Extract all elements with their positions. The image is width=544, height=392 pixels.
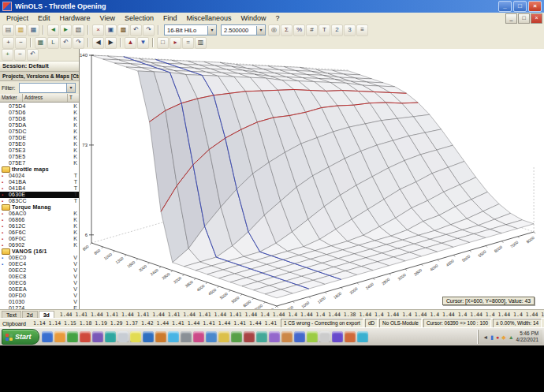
- taskbar-app-icon[interactable]: [332, 331, 343, 342]
- usb-icon[interactable]: ▲: [509, 334, 514, 340]
- factor-combo[interactable]: 2.500000 ▾: [221, 24, 266, 35]
- map-row[interactable]: ▪04024T: [0, 173, 79, 179]
- taskbar-app-icon[interactable]: [345, 331, 356, 342]
- taskbar-app-icon[interactable]: [206, 331, 217, 342]
- map-row[interactable]: 075DAK: [0, 122, 79, 129]
- map-row[interactable]: 01030V: [0, 299, 79, 305]
- menu-item-project[interactable]: Project: [2, 14, 33, 22]
- map-next-icon[interactable]: ▶: [105, 37, 117, 49]
- volume-icon[interactable]: ◄: [483, 334, 488, 340]
- menu-item-hardware[interactable]: Hardware: [55, 14, 95, 22]
- view-2d-icon[interactable]: 2: [331, 24, 343, 36]
- taskbar-app-icon[interactable]: [281, 331, 292, 342]
- map-row[interactable]: ▪06902K: [0, 242, 79, 248]
- view-3d-icon[interactable]: 3: [344, 24, 356, 36]
- checksum-icon[interactable]: Σ: [281, 24, 292, 36]
- map-row[interactable]: 075E0K: [0, 141, 79, 147]
- rotate-right-icon[interactable]: ↷: [73, 37, 84, 49]
- child-restore-button[interactable]: □: [518, 13, 530, 24]
- new-project-icon[interactable]: ▤: [2, 24, 14, 36]
- map-row[interactable]: ▪06F6CK: [0, 230, 79, 236]
- grid-icon[interactable]: ▦: [35, 37, 47, 49]
- column-header-t[interactable]: T: [68, 94, 79, 102]
- taskbar-app-icon[interactable]: [168, 331, 179, 342]
- map-row[interactable]: ▪00EC0V: [0, 255, 79, 261]
- text-view-icon[interactable]: T: [319, 24, 330, 36]
- taskbar-app-icon[interactable]: [357, 331, 368, 342]
- taskbar-clock[interactable]: 5:46 PM 4/22/2021: [516, 330, 540, 342]
- redo-icon[interactable]: ↷: [143, 24, 155, 36]
- child-close-button[interactable]: ×: [531, 13, 542, 24]
- taskbar-app-icon[interactable]: [269, 331, 280, 342]
- compare-icon[interactable]: =: [182, 37, 194, 49]
- menu-item-window[interactable]: Window: [236, 14, 270, 22]
- bookmark-icon[interactable]: ▸: [170, 37, 181, 49]
- map-row[interactable]: 00FD0V: [0, 293, 79, 299]
- map-row[interactable]: 00EC2V: [0, 267, 79, 274]
- import-icon[interactable]: ◄: [47, 24, 59, 36]
- map-3d-view[interactable]: 6731406008001000130016002000240028003200…: [80, 49, 544, 309]
- percent-icon[interactable]: %: [293, 24, 305, 36]
- column-header-address[interactable]: Address: [23, 94, 68, 102]
- cut-icon[interactable]: ×: [92, 24, 104, 36]
- refresh-icon[interactable]: ↶: [27, 49, 39, 61]
- print-icon[interactable]: ▧: [73, 24, 84, 36]
- folder-row[interactable]: Torque Manag: [0, 204, 79, 211]
- map-row[interactable]: 075E3K: [0, 147, 79, 154]
- menu-item-edit[interactable]: Edit: [33, 14, 55, 22]
- map-row[interactable]: 075D8K: [0, 116, 79, 122]
- axes-icon[interactable]: L: [47, 37, 59, 49]
- open-project-icon[interactable]: ▥: [15, 24, 27, 36]
- map-row[interactable]: ▪06866K: [0, 217, 79, 223]
- map-row[interactable]: 00EEAV: [0, 286, 79, 293]
- properties-icon[interactable]: ≡: [356, 24, 368, 36]
- taskbar-app-icon[interactable]: [294, 331, 305, 342]
- update-icon[interactable]: ◆: [501, 334, 505, 340]
- zoom-out-icon[interactable]: −: [15, 37, 27, 49]
- add-folder-icon[interactable]: +: [2, 49, 13, 61]
- folder-row[interactable]: throttle maps: [0, 166, 79, 173]
- taskbar-app-icon[interactable]: [155, 331, 166, 342]
- folder-row[interactable]: VANOS (16/1: [0, 248, 79, 255]
- network-icon[interactable]: ▮: [490, 334, 494, 340]
- taskbar-app-icon[interactable]: [181, 331, 192, 342]
- map-row[interactable]: 075DCK: [0, 129, 79, 135]
- taskbar-app-icon[interactable]: [130, 331, 141, 342]
- taskbar-app-icon[interactable]: [231, 331, 242, 342]
- surface-plot[interactable]: 6731406008001000130016002000240028003200…: [80, 49, 544, 309]
- filter-combo[interactable]: ▾: [19, 83, 76, 93]
- save-icon[interactable]: ▦: [28, 24, 39, 36]
- taskbar-app-icon[interactable]: [193, 331, 204, 342]
- rotate-left-icon[interactable]: ↶: [60, 37, 72, 49]
- hex-view-icon[interactable]: #: [306, 24, 318, 36]
- taskbar-app-icon[interactable]: [117, 331, 129, 342]
- menu-item-miscellaneous[interactable]: Miscellaneous: [181, 14, 236, 22]
- map-prev-icon[interactable]: ◀: [92, 37, 104, 49]
- menu-item-[interactable]: ?: [271, 14, 285, 22]
- taskbar-app-icon[interactable]: [105, 331, 116, 342]
- map-row[interactable]: ▪0630ET: [0, 192, 79, 198]
- export-icon[interactable]: ►: [60, 24, 72, 36]
- taskbar-app-icon[interactable]: [319, 331, 330, 342]
- display-mode-combo[interactable]: 16-Bit HiLo ▾: [164, 24, 217, 35]
- select-mode-icon[interactable]: □: [157, 37, 169, 49]
- menu-item-selection[interactable]: Selection: [120, 14, 158, 22]
- map-row[interactable]: 075D6K: [0, 110, 79, 116]
- collapse-all-icon[interactable]: −: [14, 49, 26, 61]
- map-row[interactable]: 00EC6V: [0, 280, 79, 286]
- search-icon[interactable]: ◎: [268, 24, 280, 36]
- map-row[interactable]: 075D4K: [0, 103, 79, 110]
- title-bar[interactable]: WinOLS - Throttle Opening _ □ ×: [0, 0, 544, 13]
- taskbar-app-icon[interactable]: [143, 331, 154, 342]
- taskbar-app-icon[interactable]: [54, 331, 65, 342]
- map-row[interactable]: ▪06AC0K: [0, 211, 79, 217]
- taskbar-app-icon[interactable]: [244, 331, 255, 342]
- split-window-icon[interactable]: ▥: [195, 37, 207, 49]
- map-row[interactable]: ▪041B4T: [0, 185, 79, 192]
- taskbar-app-icon[interactable]: [67, 331, 78, 342]
- start-button[interactable]: Start: [2, 329, 39, 345]
- minimize-button[interactable]: _: [498, 1, 512, 12]
- taskbar-app-icon[interactable]: [256, 331, 267, 342]
- maximize-button[interactable]: □: [513, 1, 527, 12]
- taskbar-app-icon[interactable]: [307, 331, 318, 342]
